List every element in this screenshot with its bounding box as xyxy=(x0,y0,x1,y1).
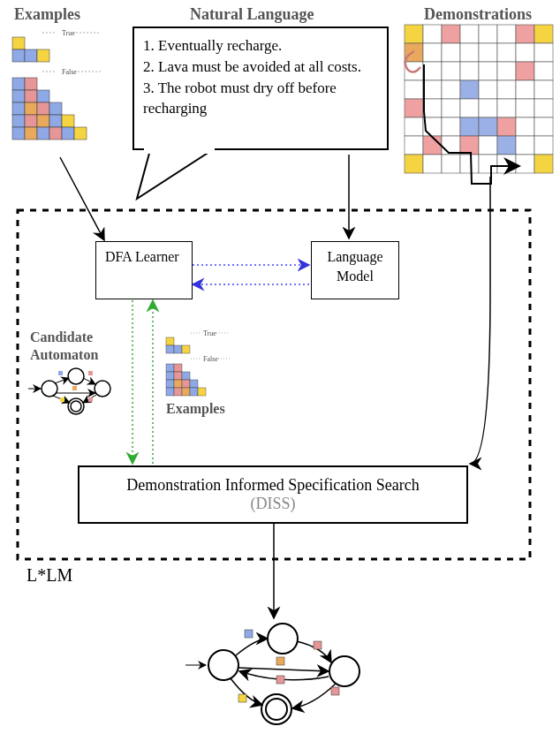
svg-rect-58 xyxy=(442,62,460,80)
svg-rect-130 xyxy=(166,364,174,372)
svg-marker-0 xyxy=(137,150,212,199)
svg-rect-30 xyxy=(25,115,37,127)
svg-rect-139 xyxy=(166,388,174,396)
svg-rect-77 xyxy=(497,99,516,117)
svg-rect-138 xyxy=(190,380,198,388)
svg-point-109 xyxy=(71,401,81,412)
svg-rect-1 xyxy=(144,143,215,154)
svg-line-111 xyxy=(83,378,95,384)
svg-point-145 xyxy=(208,650,238,680)
svg-point-149 xyxy=(266,699,287,720)
svg-rect-98 xyxy=(442,155,460,173)
svg-rect-62 xyxy=(516,62,534,80)
output-automaton-diagram xyxy=(185,624,359,724)
svg-rect-102 xyxy=(516,155,534,173)
svg-rect-67 xyxy=(460,80,479,99)
svg-rect-61 xyxy=(497,62,516,80)
svg-rect-21 xyxy=(25,78,37,90)
svg-rect-151 xyxy=(314,641,322,649)
svg-rect-14 xyxy=(12,49,25,62)
svg-rect-32 xyxy=(49,115,62,127)
svg-rect-85 xyxy=(497,117,516,136)
system-label: L*LM xyxy=(26,565,72,586)
svg-rect-135 xyxy=(166,380,174,388)
svg-rect-53 xyxy=(497,43,516,62)
svg-rect-94 xyxy=(516,136,534,155)
svg-rect-117 xyxy=(60,397,64,402)
language-model-label: Language Model xyxy=(327,249,382,284)
svg-rect-26 xyxy=(25,102,37,115)
svg-rect-16 xyxy=(37,49,49,62)
svg-rect-63 xyxy=(534,62,553,80)
svg-rect-84 xyxy=(479,117,497,136)
svg-rect-52 xyxy=(479,43,497,62)
dfa-learner-label: DFA Learner xyxy=(105,249,179,264)
svg-rect-57 xyxy=(423,62,442,80)
svg-point-106 xyxy=(68,368,84,384)
svg-rect-76 xyxy=(479,99,497,117)
diss-subtitle: (DISS) xyxy=(87,495,459,513)
svg-rect-78 xyxy=(516,99,534,117)
svg-rect-65 xyxy=(423,80,442,99)
svg-rect-99 xyxy=(460,155,479,173)
examples-small-visual: True False xyxy=(166,329,230,396)
svg-rect-154 xyxy=(238,694,246,702)
candidate-automaton-diagram xyxy=(28,368,110,414)
svg-rect-37 xyxy=(49,127,62,140)
svg-rect-51 xyxy=(460,43,479,62)
svg-rect-39 xyxy=(74,127,87,140)
svg-rect-47 xyxy=(534,25,553,43)
svg-rect-34 xyxy=(12,127,25,140)
svg-rect-91 xyxy=(460,136,479,155)
svg-rect-87 xyxy=(534,117,553,136)
svg-rect-141 xyxy=(182,388,190,396)
svg-rect-13 xyxy=(12,37,25,49)
svg-rect-23 xyxy=(25,90,37,102)
diss-box: Demonstration Informed Specification Sea… xyxy=(78,465,468,524)
svg-line-7 xyxy=(60,157,104,240)
candidate-automaton-label: Candidate Automaton xyxy=(30,329,127,364)
svg-rect-31 xyxy=(37,115,49,127)
svg-rect-103 xyxy=(534,155,553,173)
svg-rect-137 xyxy=(182,380,190,388)
svg-rect-150 xyxy=(245,630,253,638)
svg-rect-152 xyxy=(276,657,284,665)
svg-rect-24 xyxy=(37,90,49,102)
svg-rect-123 xyxy=(166,337,174,345)
svg-rect-35 xyxy=(25,127,37,140)
svg-rect-119 xyxy=(88,397,93,402)
svg-rect-50 xyxy=(442,43,460,62)
svg-rect-33 xyxy=(62,115,74,127)
svg-point-147 xyxy=(329,656,359,686)
diagram-svg: True False xyxy=(0,0,560,749)
svg-rect-126 xyxy=(182,345,190,353)
svg-rect-92 xyxy=(479,136,497,155)
svg-rect-89 xyxy=(423,136,442,155)
svg-rect-136 xyxy=(174,380,182,388)
svg-rect-54 xyxy=(516,43,534,62)
svg-rect-134 xyxy=(182,372,190,380)
svg-rect-83 xyxy=(460,117,479,136)
svg-rect-69 xyxy=(497,80,516,99)
svg-rect-93 xyxy=(497,136,516,155)
demonstrations-grid xyxy=(405,25,553,184)
svg-rect-20 xyxy=(12,78,25,90)
svg-rect-46 xyxy=(516,25,534,43)
svg-rect-124 xyxy=(166,345,174,353)
examples-top-visual: True False xyxy=(12,29,101,140)
svg-rect-27 xyxy=(37,102,49,115)
svg-rect-72 xyxy=(405,99,423,117)
svg-rect-75 xyxy=(460,99,479,117)
svg-rect-64 xyxy=(405,80,423,99)
svg-rect-88 xyxy=(405,136,423,155)
svg-rect-142 xyxy=(190,388,198,396)
svg-rect-44 xyxy=(479,25,497,43)
svg-rect-55 xyxy=(534,43,553,62)
svg-rect-60 xyxy=(479,62,497,80)
svg-rect-22 xyxy=(12,90,25,102)
svg-rect-70 xyxy=(516,80,534,99)
svg-rect-36 xyxy=(37,127,49,140)
diss-title: Demonstration Informed Specification Sea… xyxy=(87,476,459,495)
svg-rect-71 xyxy=(534,80,553,99)
svg-rect-49 xyxy=(423,43,442,62)
